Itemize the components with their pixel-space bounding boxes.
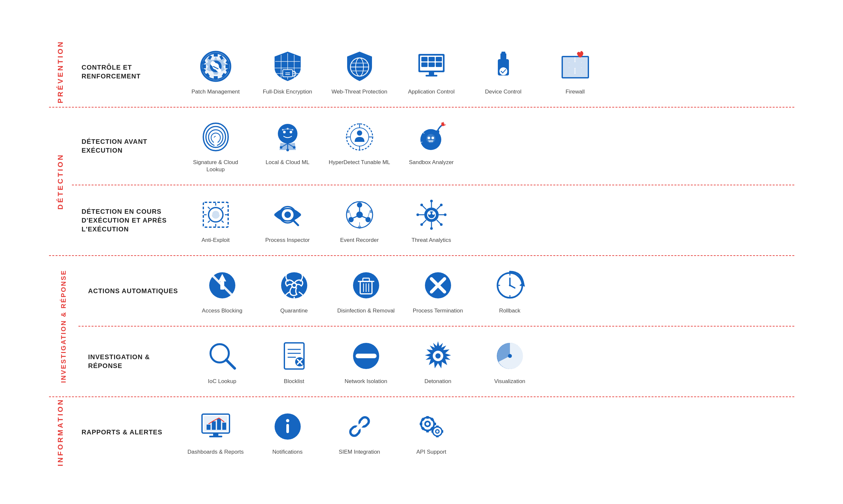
svg-rect-178 <box>209 436 222 437</box>
svg-rect-24 <box>436 57 442 61</box>
firewall-label: Firewall <box>566 88 585 95</box>
hyperdetect-icon <box>342 119 378 155</box>
blocklist-icon <box>276 338 312 374</box>
label-actions-auto: ACTIONS AUTOMATIQUES <box>88 287 186 295</box>
side-label-information: INFORMATION <box>49 397 72 467</box>
svg-point-168 <box>435 353 441 359</box>
svg-point-46 <box>283 131 286 133</box>
svg-point-133 <box>281 272 307 299</box>
svg-point-105 <box>369 210 373 213</box>
full-disk-icon <box>270 48 306 84</box>
network-isolation-icon <box>348 338 384 374</box>
svg-rect-180 <box>286 424 289 433</box>
label-rapports: RAPPORTS & ALERTES <box>82 428 180 437</box>
section-actions-auto: ACTIONS AUTOMATIQUES <box>78 256 794 326</box>
svg-point-62 <box>357 130 362 136</box>
svg-rect-22 <box>422 57 428 61</box>
full-disk-label: Full-Disk Encryption <box>263 88 312 95</box>
svg-point-118 <box>444 213 447 216</box>
group-content-investigation: ACTIONS AUTOMATIQUES <box>78 256 794 396</box>
svg-line-90 <box>208 207 210 209</box>
quarantine-label: Quarantine <box>280 307 308 314</box>
svg-point-181 <box>286 419 289 422</box>
icon-device-control: Device Control <box>467 48 539 95</box>
icons-row-detection-avant: Signature & Cloud Lookup <box>180 119 794 173</box>
svg-rect-26 <box>429 62 435 67</box>
svg-point-112 <box>430 200 433 202</box>
svg-point-97 <box>356 212 363 218</box>
svg-line-123 <box>422 220 426 224</box>
svg-line-91 <box>221 221 223 222</box>
group-content-prevention: CONTRÔLE ET RENFORCEMENT <box>72 37 794 107</box>
icon-disinfection: Disinfection & Removal <box>330 267 402 314</box>
svg-line-88 <box>221 207 223 209</box>
patch-mgmt-label: Patch Management <box>192 88 239 95</box>
icons-row-detection-pendant: Anti-Exploit <box>180 197 794 244</box>
icon-web-threat: Web-Threat Protection <box>324 48 395 95</box>
notifications-label: Notifications <box>272 448 303 456</box>
icon-visualization: Visualization <box>474 338 546 385</box>
svg-rect-32 <box>501 52 505 54</box>
svg-point-150 <box>509 284 511 286</box>
svg-point-114 <box>430 227 433 230</box>
svg-point-106 <box>358 226 361 229</box>
icons-row-controle: Patch Management <box>180 48 794 95</box>
svg-point-99 <box>365 217 371 222</box>
patch-mgmt-icon <box>198 48 234 84</box>
group-content-information: RAPPORTS & ALERTES <box>72 397 794 467</box>
svg-rect-25 <box>422 62 428 67</box>
sandbox-icon <box>413 119 449 155</box>
svg-rect-199 <box>431 430 433 433</box>
svg-point-98 <box>357 202 362 208</box>
svg-rect-29 <box>426 75 437 76</box>
svg-rect-71 <box>435 130 439 133</box>
svg-rect-174 <box>212 421 216 430</box>
icon-dashboards: Dashboards & Reports <box>180 409 252 456</box>
device-control-icon <box>485 48 521 84</box>
icon-hyperdetect: HyperDetect Tunable ML <box>324 119 395 166</box>
icon-detonation: Detonation <box>402 338 474 385</box>
svg-line-119 <box>422 205 426 210</box>
api-label: API Support <box>416 448 447 456</box>
svg-rect-165 <box>356 354 377 358</box>
ioc-lookup-icon <box>204 338 240 374</box>
svg-point-59 <box>286 140 289 143</box>
api-icon <box>413 409 449 445</box>
icon-network-isolation: Network Isolation <box>330 338 402 385</box>
svg-rect-37 <box>562 62 569 68</box>
icons-row-actions-auto: Access Blocking <box>186 267 794 314</box>
icon-process-termination: Process Termination <box>402 267 474 314</box>
svg-line-156 <box>226 360 235 368</box>
svg-point-202 <box>436 430 438 433</box>
local-ml-label: Local & Cloud ML <box>265 159 309 166</box>
label-detection-pendant: DÉTECTION EN COURS D'EXÉCUTION ET APRÈS … <box>82 207 180 234</box>
rollback-label: Rollback <box>499 307 520 314</box>
svg-rect-39 <box>582 62 588 68</box>
group-information: INFORMATION RAPPORTS & ALERTES <box>49 396 794 467</box>
notifications-icon <box>270 409 306 445</box>
side-label-investigation: INVESTIGATION & RÉPONSE <box>49 256 78 396</box>
svg-rect-187 <box>426 430 429 432</box>
icon-local-ml: Local & Cloud ML <box>252 119 324 166</box>
icon-blocklist: Blocklist <box>258 338 330 385</box>
icon-siem: SIEM Integration <box>324 409 395 456</box>
svg-rect-177 <box>213 433 218 436</box>
icon-ioc-lookup: IoC Lookup <box>186 338 258 385</box>
svg-rect-186 <box>426 416 429 419</box>
icon-api: API Support <box>395 409 467 456</box>
icon-threat-analytics: Threat Analytics <box>395 197 467 244</box>
svg-rect-173 <box>207 425 211 430</box>
svg-point-76 <box>428 137 430 139</box>
svg-rect-197 <box>436 426 439 428</box>
app-control-icon <box>413 48 449 84</box>
event-recorder-label: Event Recorder <box>340 237 378 244</box>
svg-rect-175 <box>217 419 221 430</box>
icon-event-recorder: Event Recorder <box>324 197 395 244</box>
svg-line-102 <box>362 216 366 218</box>
disinfection-label: Disinfection & Removal <box>337 307 395 314</box>
access-blocking-icon <box>204 267 240 303</box>
svg-rect-198 <box>436 435 439 437</box>
section-label-controle: CONTRÔLE ET RENFORCEMENT <box>82 63 180 81</box>
svg-point-122 <box>440 204 443 206</box>
svg-rect-200 <box>441 430 443 433</box>
